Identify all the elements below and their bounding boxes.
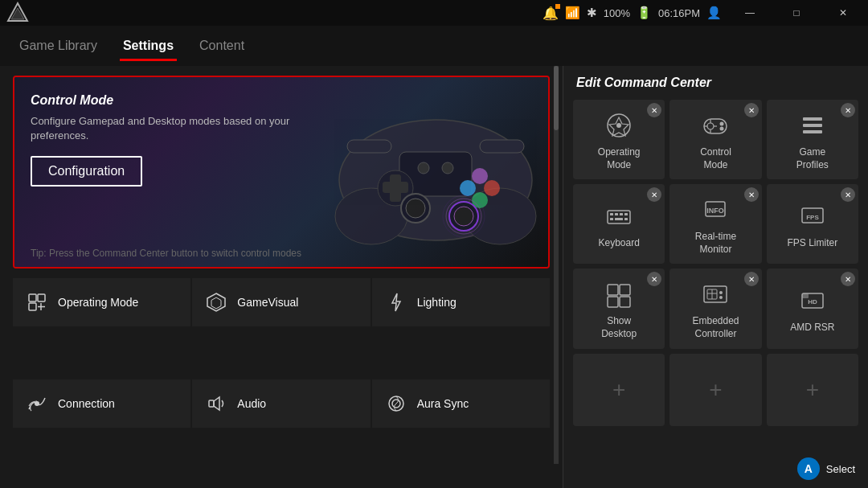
hero-content: Control Mode Configure Gamepad and Deskt… bbox=[31, 93, 304, 187]
svg-rect-51 bbox=[615, 218, 623, 220]
cmd-add-3[interactable]: + bbox=[767, 354, 858, 426]
right-panel-title: Edit Command Center bbox=[573, 76, 858, 90]
cmd-close-fps-limiter[interactable]: ✕ bbox=[841, 187, 855, 202]
svg-rect-44 bbox=[803, 130, 822, 133]
svg-point-33 bbox=[616, 123, 621, 128]
svg-point-14 bbox=[406, 199, 425, 218]
svg-point-40 bbox=[720, 122, 724, 126]
title-bar: 🔔 📶 ✱ 100% 🔋 06:16PM 👤 — □ ✕ bbox=[0, 0, 868, 26]
select-label: Select bbox=[826, 463, 855, 475]
left-panel: Control Mode Configure Gamepad and Deskt… bbox=[0, 66, 563, 488]
svg-point-35 bbox=[707, 123, 714, 129]
operating-mode-button[interactable]: Operating Mode bbox=[13, 278, 190, 326]
grid-buttons: Operating Mode GameVisual bbox=[13, 278, 550, 478]
title-bar-left bbox=[6, 2, 29, 24]
cmd-show-desktop[interactable]: ✕ ShowDesktop bbox=[573, 269, 665, 348]
aura-sync-label: Aura Sync bbox=[417, 397, 469, 410]
cmd-close-embedded-controller[interactable]: ✕ bbox=[744, 272, 759, 286]
hero-title: Control Mode bbox=[31, 93, 304, 108]
cmd-keyboard-label: Keyboard bbox=[598, 237, 639, 250]
cmd-close-operating-mode[interactable]: ✕ bbox=[647, 103, 661, 117]
svg-point-16 bbox=[454, 207, 473, 226]
cmd-close-game-profiles[interactable]: ✕ bbox=[841, 103, 855, 117]
cmd-amd-rsr-label: AMD RSR bbox=[790, 322, 834, 334]
battery-icon: 🔋 bbox=[637, 6, 652, 20]
svg-rect-47 bbox=[615, 213, 618, 215]
svg-point-65 bbox=[719, 291, 723, 294]
svg-rect-23 bbox=[29, 294, 36, 301]
svg-rect-57 bbox=[608, 285, 618, 295]
cmd-add-2[interactable]: + bbox=[669, 354, 761, 426]
gamepad-illustration bbox=[315, 77, 550, 267]
svg-rect-45 bbox=[608, 211, 630, 223]
cmd-close-realtime-monitor[interactable]: ✕ bbox=[744, 187, 759, 202]
cmd-operating-mode-icon bbox=[603, 109, 635, 141]
svg-rect-49 bbox=[624, 213, 628, 215]
clock: 06:16PM bbox=[658, 7, 700, 19]
scroll-indicator bbox=[554, 66, 559, 464]
configuration-button[interactable]: Configuration bbox=[31, 156, 142, 187]
svg-marker-1 bbox=[11, 8, 24, 19]
connection-label: Connection bbox=[58, 397, 115, 410]
cmd-close-control-mode[interactable]: ✕ bbox=[744, 103, 759, 117]
audio-button[interactable]: Audio bbox=[192, 379, 370, 428]
cmd-close-keyboard[interactable]: ✕ bbox=[647, 187, 661, 202]
svg-rect-46 bbox=[610, 213, 613, 215]
cmd-add-1[interactable]: + bbox=[573, 354, 665, 426]
svg-text:FPS: FPS bbox=[806, 214, 819, 221]
cmd-embedded-controller-icon bbox=[699, 278, 731, 310]
cmd-control-mode-icon bbox=[699, 109, 731, 141]
select-hint: A Select bbox=[797, 457, 855, 480]
svg-rect-58 bbox=[620, 285, 630, 295]
top-nav: Game Library Settings Content bbox=[0, 26, 868, 66]
svg-rect-42 bbox=[803, 117, 822, 121]
wifi-icon: 📶 bbox=[565, 6, 580, 20]
status-icons: 🔔 📶 ✱ 100% 🔋 06:16PM 👤 bbox=[542, 6, 722, 21]
cmd-close-amd-rsr[interactable]: ✕ bbox=[841, 272, 855, 286]
cmd-realtime-monitor[interactable]: ✕ INFO Real-timeMonitor bbox=[669, 184, 761, 264]
svg-rect-43 bbox=[803, 124, 822, 127]
audio-icon bbox=[205, 392, 227, 415]
command-grid: ✕ OperatingMode ✕ bbox=[573, 100, 858, 426]
battery-percent: 100% bbox=[604, 7, 630, 19]
svg-rect-59 bbox=[608, 297, 618, 307]
minimize-button[interactable]: — bbox=[731, 0, 768, 26]
svg-rect-20 bbox=[480, 140, 524, 153]
svg-rect-48 bbox=[620, 213, 623, 215]
cmd-amd-rsr[interactable]: ✕ HD AMD RSR bbox=[767, 269, 858, 348]
aura-sync-button[interactable]: Aura Sync bbox=[372, 379, 550, 428]
gamevisual-button[interactable]: GameVisual bbox=[192, 278, 370, 326]
connection-button[interactable]: Connection bbox=[13, 379, 190, 428]
close-button[interactable]: ✕ bbox=[825, 0, 862, 26]
cmd-control-mode-label: ControlMode bbox=[700, 146, 731, 171]
lighting-icon bbox=[385, 291, 407, 314]
cmd-operating-mode-label: OperatingMode bbox=[598, 146, 641, 171]
bluetooth-icon: ✱ bbox=[587, 6, 597, 20]
svg-point-21 bbox=[418, 162, 429, 174]
nav-content[interactable]: Content bbox=[196, 32, 248, 59]
user-icon: 👤 bbox=[706, 6, 722, 20]
cmd-show-desktop-label: ShowDesktop bbox=[601, 315, 637, 340]
add-icon-1: + bbox=[612, 377, 625, 403]
svg-rect-24 bbox=[38, 294, 45, 301]
svg-point-41 bbox=[720, 127, 724, 131]
scroll-thumb[interactable] bbox=[554, 66, 559, 130]
cmd-fps-limiter-icon: FPS bbox=[796, 200, 829, 232]
svg-rect-19 bbox=[347, 140, 391, 153]
svg-text:INFO: INFO bbox=[707, 207, 725, 215]
cmd-keyboard[interactable]: ✕ Keyboard bbox=[573, 184, 665, 264]
cmd-operating-mode[interactable]: ✕ OperatingMode bbox=[573, 100, 665, 179]
svg-point-11 bbox=[484, 180, 500, 196]
lighting-button[interactable]: Lighting bbox=[372, 278, 550, 326]
add-icon-2: + bbox=[709, 377, 722, 403]
cmd-embedded-controller[interactable]: ✕ EmbeddedController bbox=[669, 269, 761, 348]
cmd-close-show-desktop[interactable]: ✕ bbox=[647, 272, 661, 286]
nav-settings[interactable]: Settings bbox=[120, 32, 177, 59]
cmd-control-mode[interactable]: ✕ ControlMode bbox=[669, 100, 761, 179]
svg-rect-69 bbox=[802, 293, 809, 298]
cmd-game-profiles[interactable]: ✕ GameProfiles bbox=[767, 100, 858, 179]
maximize-button[interactable]: □ bbox=[778, 0, 815, 26]
nav-game-library[interactable]: Game Library bbox=[16, 32, 100, 59]
cmd-fps-limiter[interactable]: ✕ FPS FPS Limiter bbox=[767, 184, 858, 264]
cmd-show-desktop-icon bbox=[603, 278, 635, 310]
